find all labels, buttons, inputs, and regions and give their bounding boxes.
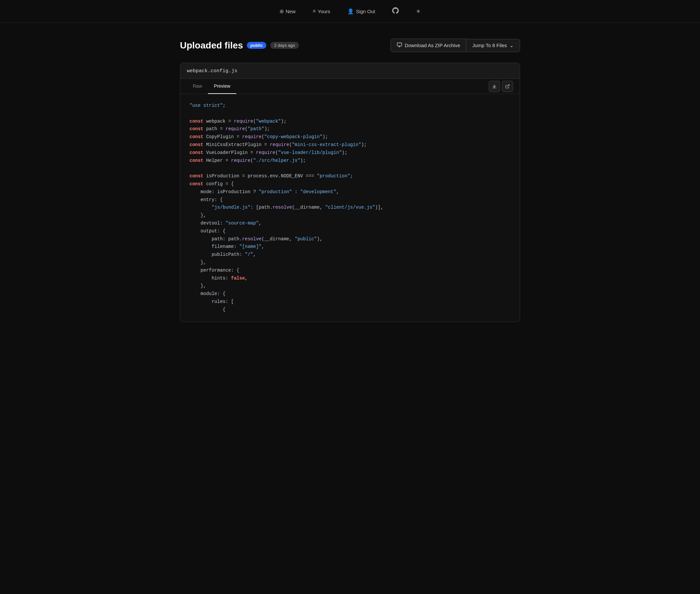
code-block: "use strict"; const webpack = require("w… xyxy=(180,94,520,322)
nav-github[interactable] xyxy=(389,5,402,17)
jump-label: Jump To 8 Files xyxy=(472,42,507,48)
file-tabs: Raw Preview xyxy=(180,79,520,94)
tabs-left: Raw Preview xyxy=(187,79,236,94)
list-icon: ≡ xyxy=(313,8,316,14)
download-icon xyxy=(397,42,402,48)
time-badge: 2 days ago xyxy=(270,42,299,49)
page-content: Uploaded files public 2 days ago Downloa… xyxy=(172,23,528,330)
header-actions: Download As ZIP Archive Jump To 8 Files … xyxy=(391,39,520,52)
tabs-right xyxy=(489,81,513,92)
theme-icon: ☀ xyxy=(416,8,421,14)
jump-to-files-button[interactable]: Jump To 8 Files ⌄ xyxy=(466,39,520,52)
file-name-bar: webpack.config.js xyxy=(180,63,520,79)
tab-raw[interactable]: Raw xyxy=(187,79,208,94)
file-card: webpack.config.js Raw Preview xyxy=(180,63,520,322)
plus-icon: ⊕ xyxy=(279,8,284,14)
nav-yours[interactable]: ≡ Yours xyxy=(309,6,334,16)
file-name: webpack.config.js xyxy=(187,68,237,74)
download-file-button[interactable] xyxy=(489,81,500,92)
open-file-button[interactable] xyxy=(502,81,513,92)
download-zip-button[interactable]: Download As ZIP Archive xyxy=(391,39,466,52)
top-navigation: ⊕ New ≡ Yours 👤 Sign Out ☀ xyxy=(0,0,700,23)
svg-rect-0 xyxy=(397,43,401,46)
nav-theme[interactable]: ☀ xyxy=(412,6,424,16)
nav-signout-label: Sign Out xyxy=(356,8,375,14)
nav-new-label: New xyxy=(286,8,296,14)
page-title: Uploaded files xyxy=(180,40,243,51)
svg-line-1 xyxy=(507,85,509,86)
nav-yours-label: Yours xyxy=(318,8,330,14)
chevron-down-icon: ⌄ xyxy=(509,42,514,48)
file-header: Uploaded files public 2 days ago Downloa… xyxy=(180,39,520,52)
public-badge: public xyxy=(247,42,266,49)
nav-signout[interactable]: 👤 Sign Out xyxy=(344,6,378,16)
nav-new[interactable]: ⊕ New xyxy=(276,6,299,16)
tab-preview[interactable]: Preview xyxy=(208,79,236,94)
file-header-left: Uploaded files public 2 days ago xyxy=(180,40,299,51)
github-icon xyxy=(392,7,399,15)
code-content: "use strict"; const webpack = require("w… xyxy=(190,102,510,314)
download-zip-label: Download As ZIP Archive xyxy=(405,42,460,48)
user-icon: 👤 xyxy=(347,8,354,14)
